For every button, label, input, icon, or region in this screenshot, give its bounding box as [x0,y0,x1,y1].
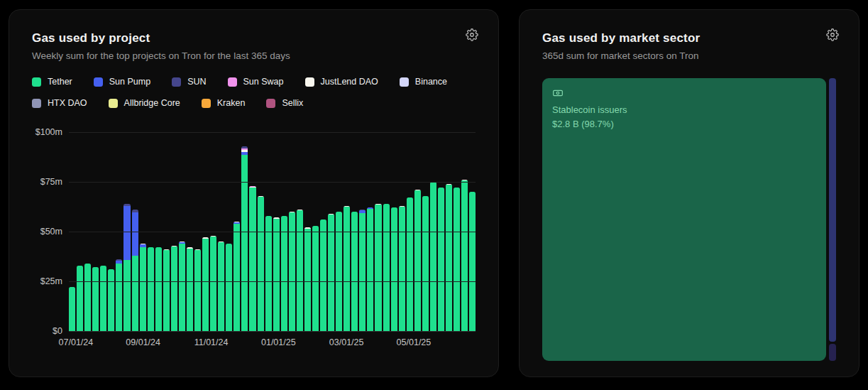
bar-week-19[interactable] [210,236,216,331]
bar-week-44[interactable] [407,197,413,331]
bar-segment-tether [399,207,405,331]
bar-week-2[interactable] [77,266,83,331]
legend-item-kraken[interactable]: Kraken [202,98,246,108]
bar-week-35[interactable] [336,212,342,331]
bar-week-33[interactable] [320,220,326,331]
bar-segment-tether [148,247,154,331]
bar-week-42[interactable] [391,207,397,331]
bar-week-27[interactable] [273,217,280,331]
legend-item-sun-pump[interactable]: Sun Pump [94,77,150,87]
bar-segment-tether [265,216,272,331]
bar-week-49[interactable] [446,184,452,331]
bar-week-46[interactable] [422,196,429,331]
bar-segment-tether [163,250,170,331]
y-axis-label: $0 [53,326,62,336]
bar-segment-tether [84,264,91,331]
bar-week-51[interactable] [461,180,468,331]
bar-week-1[interactable] [69,287,75,331]
settings-gear-icon[interactable] [826,28,839,41]
bar-segment-tether [69,287,75,331]
bar-week-37[interactable] [351,212,358,331]
bar-week-38[interactable] [359,210,366,331]
gas-by-project-chart: $100m$75m$50m$25m$0 07/01/2409/01/2411/0… [32,132,476,353]
legend-item-sun[interactable]: SUN [172,77,206,87]
bar-week-31[interactable] [304,227,311,331]
bar-week-15[interactable] [179,242,185,331]
bar-segment-tether [383,204,390,331]
bar-week-39[interactable] [367,207,373,331]
bar-week-16[interactable] [187,247,193,331]
bar-week-30[interactable] [297,210,303,331]
bar-week-12[interactable] [155,247,162,331]
bar-week-20[interactable] [218,242,224,331]
bar-week-13[interactable] [163,249,170,331]
bar-week-48[interactable] [438,188,444,331]
bar-segment-tether [92,267,99,331]
bar-segment-tether [226,244,232,331]
bar-segment-sun-pump [123,206,130,260]
bar-week-7[interactable] [116,259,122,331]
bar-week-36[interactable] [344,206,350,331]
bar-week-40[interactable] [375,204,381,331]
x-axis-label: 03/01/25 [329,337,364,347]
treemap-block-minor-sector[interactable] [829,78,836,342]
bar-week-25[interactable] [258,196,264,331]
legend-label: Sun Swap [243,77,284,87]
bar-segment-tether [304,229,311,332]
legend-item-binance[interactable]: Binance [400,77,447,87]
bar-week-10[interactable] [140,244,146,331]
bar-week-22[interactable] [234,222,240,331]
legend-label: SUN [187,77,206,87]
bar-week-23[interactable] [241,146,248,331]
gas-by-project-card: Gas used by project Weekly sum for the t… [9,9,499,377]
legend-item-sun-swap[interactable]: Sun Swap [228,77,284,87]
bar-week-6[interactable] [108,269,114,331]
bar-week-8[interactable] [123,204,130,331]
bar-week-21[interactable] [226,244,232,331]
bar-segment-tether [171,247,177,331]
bar-week-5[interactable] [100,266,106,331]
bar-week-43[interactable] [399,206,405,331]
bar-week-50[interactable] [454,188,460,331]
bar-week-32[interactable] [312,226,319,331]
bar-week-41[interactable] [383,204,390,331]
treemap-block-minor-sector[interactable] [829,344,836,361]
bar-week-28[interactable] [281,216,287,331]
bar-week-17[interactable] [194,249,201,331]
legend-item-tether[interactable]: Tether [32,77,72,87]
bar-week-26[interactable] [265,216,272,331]
legend-item-htx-dao[interactable]: HTX DAO [32,98,87,108]
bar-week-14[interactable] [171,246,177,331]
bar-week-3[interactable] [84,264,91,331]
bar-week-47[interactable] [430,182,436,331]
gas-by-market-sector-card: Gas used by market sector 365d sum for m… [519,9,859,377]
treemap-sector-value: $2.8 B (98.7%) [552,119,816,129]
x-axis-label: 11/01/24 [194,337,229,347]
legend-item-sellix[interactable]: Sellix [266,98,303,108]
market-sector-treemap: Stablecoin issuers $2.8 B (98.7%) [542,78,836,361]
bar-segment-tether [344,207,350,331]
bar-week-29[interactable] [289,212,295,331]
legend-label: HTX DAO [48,98,87,108]
x-axis-label: 07/01/24 [59,337,94,347]
bar-week-18[interactable] [202,237,209,331]
legend-item-justlend-dao[interactable]: JustLend DAO [305,77,378,87]
legend-label: Allbridge Core [124,98,180,108]
legend-swatch [305,77,314,87]
bar-segment-tether [430,183,436,331]
bar-week-9[interactable] [132,210,138,331]
bar-week-52[interactable] [469,192,476,331]
bar-week-24[interactable] [249,186,256,331]
bar-segment-tether [391,207,397,331]
legend-item-allbridge-core[interactable]: Allbridge Core [109,98,180,108]
bar-segment-tether [438,188,444,331]
treemap-block-stablecoin-issuers[interactable]: Stablecoin issuers $2.8 B (98.7%) [542,78,826,361]
bar-week-11[interactable] [148,247,154,331]
card-subtitle: Weekly sum for the top projects on Tron … [32,50,476,61]
settings-gear-icon[interactable] [466,28,478,41]
bar-segment-tether [297,210,303,331]
bar-week-4[interactable] [92,267,99,331]
bar-week-45[interactable] [414,190,421,331]
bar-segment-tether [234,224,240,331]
x-axis-label: 09/01/24 [126,337,160,347]
